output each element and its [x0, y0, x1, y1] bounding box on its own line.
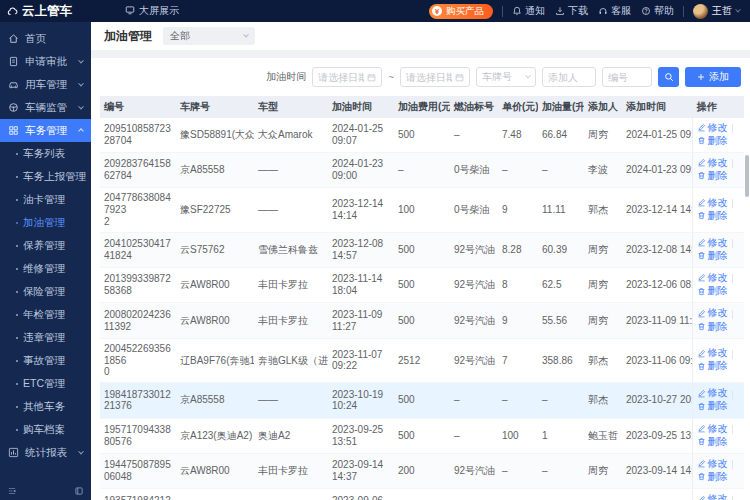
- record-id-field[interactable]: [602, 67, 652, 87]
- cell-adder: 周穷: [584, 232, 622, 267]
- edit-button[interactable]: 修改: [697, 307, 728, 319]
- buy-product-label: 购买产品: [446, 5, 484, 18]
- topbar-item-help[interactable]: 帮助: [641, 4, 674, 18]
- cell-adder: 周穷: [584, 268, 622, 303]
- cell-cost: 500: [394, 418, 450, 453]
- chevron-down-icon: [78, 448, 84, 454]
- edit-button[interactable]: 修改: [697, 493, 728, 500]
- delete-button[interactable]: 删除: [697, 400, 728, 412]
- cell-operations: 修改删除: [692, 383, 744, 418]
- user-menu[interactable]: 王哲: [693, 4, 740, 19]
- edit-button-label: 修改: [708, 237, 728, 249]
- search-button[interactable]: [658, 67, 679, 87]
- cell-time: 2023-09-14 14:37: [328, 453, 394, 488]
- edit-button[interactable]: 修改: [697, 387, 728, 399]
- cell-price: 100: [498, 418, 538, 453]
- date-start-input[interactable]: [318, 72, 364, 83]
- edit-button[interactable]: 修改: [697, 157, 728, 169]
- delete-button[interactable]: 删除: [697, 170, 728, 182]
- sidebar-item-购车档案[interactable]: 购车档案: [0, 418, 91, 441]
- sidebar-item-保险管理[interactable]: 保险管理: [0, 280, 91, 303]
- cell-amount: 1: [538, 489, 584, 500]
- edit-button-label: 修改: [708, 122, 728, 134]
- sidebar-item-保养管理[interactable]: 保养管理: [0, 234, 91, 257]
- edit-button-label: 修改: [708, 493, 728, 500]
- buy-product-button[interactable]: ¥ 购买产品: [429, 4, 493, 19]
- operation-divider: [732, 239, 733, 248]
- table-row: 20951085872328704豫SD58891(大众Am...大众Amaro…: [100, 118, 744, 153]
- sidebar-item-车辆监管[interactable]: 车辆监管: [0, 96, 91, 119]
- sidebar-item-车务管理[interactable]: 车务管理: [0, 119, 91, 142]
- sidebar-item-label: 首页: [25, 32, 46, 46]
- cell-model: 雪佛兰科鲁兹: [254, 232, 328, 267]
- adder-input[interactable]: [548, 72, 590, 83]
- sidebar-item-违章管理[interactable]: 违章管理: [0, 326, 91, 349]
- delete-button[interactable]: 删除: [697, 360, 728, 372]
- fuel-time-label: 加油时间: [266, 70, 306, 84]
- delete-button-label: 删除: [708, 285, 728, 297]
- vertical-scrollbar[interactable]: [745, 155, 749, 197]
- edit-button[interactable]: 修改: [697, 237, 728, 249]
- delete-button[interactable]: 删除: [697, 250, 728, 262]
- bullet-dot-icon: [16, 268, 18, 270]
- cell-time: 2024-01-23 09:00: [328, 152, 394, 187]
- cell-operations: 修改删除: [692, 338, 744, 382]
- cell-price: –: [498, 152, 538, 187]
- delete-button[interactable]: 删除: [697, 471, 728, 483]
- delete-button[interactable]: 删除: [697, 321, 728, 333]
- delete-button[interactable]: 删除: [697, 210, 728, 222]
- edit-button[interactable]: 修改: [697, 122, 728, 134]
- cell-model: ——: [254, 152, 328, 187]
- status-filter-select[interactable]: 全部: [163, 27, 255, 45]
- cell-amount: 62.5: [538, 268, 584, 303]
- date-end-input[interactable]: [406, 72, 452, 83]
- sidebar-item-其他车务[interactable]: 其他车务: [0, 395, 91, 418]
- filter-row: 加油时间 ~ 车牌号: [100, 67, 741, 87]
- sidebar-item-首页[interactable]: 首页: [0, 27, 91, 50]
- edit-button[interactable]: 修改: [697, 458, 728, 470]
- add-button[interactable]: 添加: [685, 67, 741, 87]
- delete-button[interactable]: 删除: [697, 135, 728, 147]
- record-id-input[interactable]: [608, 72, 646, 83]
- sidebar-item-车务列表[interactable]: 车务列表: [0, 142, 91, 165]
- sidebar-item-年检管理[interactable]: 年检管理: [0, 303, 91, 326]
- sidebar-item-车务上报管理[interactable]: 车务上报管理: [0, 165, 91, 188]
- collapse-sidebar-icon[interactable]: [7, 486, 17, 498]
- adder-field[interactable]: [542, 67, 596, 87]
- delete-button[interactable]: 删除: [697, 436, 728, 448]
- topbar-item-bell[interactable]: 通知: [512, 4, 545, 18]
- cell-amount: 358.86: [538, 338, 584, 382]
- edit-button[interactable]: 修改: [697, 423, 728, 435]
- sidebar-item-加油管理[interactable]: 加油管理: [0, 211, 91, 234]
- cell-cost: 100: [394, 188, 450, 232]
- sidebar-item-事故管理[interactable]: 事故管理: [0, 349, 91, 372]
- date-start-field[interactable]: [312, 67, 382, 87]
- sidebar-item-维修管理[interactable]: 维修管理: [0, 257, 91, 280]
- sidebar-item-油卡管理[interactable]: 油卡管理: [0, 188, 91, 211]
- date-end-field[interactable]: [400, 67, 470, 87]
- sidebar-item-统计报表[interactable]: 统计报表: [0, 441, 91, 464]
- topbar-item-headset[interactable]: 客服: [598, 4, 631, 18]
- topbar-item-download[interactable]: 下载: [555, 4, 588, 18]
- topbar-nav: 通知下载客服帮助: [512, 4, 674, 18]
- sidebar-item-ETC管理[interactable]: ETC管理: [0, 372, 91, 395]
- cell-amount: –: [538, 453, 584, 488]
- plate-select[interactable]: 车牌号: [476, 67, 536, 87]
- edit-button[interactable]: 修改: [697, 347, 728, 359]
- delete-button-label: 删除: [708, 400, 728, 412]
- edit-button[interactable]: 修改: [697, 272, 728, 284]
- cell-price: 111: [498, 489, 538, 500]
- content-panel: 加油时间 ~ 车牌号: [91, 58, 750, 500]
- screen-cast-button[interactable]: 大屏展示: [125, 4, 179, 18]
- sidebar-item-用车管理[interactable]: 用车管理: [0, 73, 91, 96]
- pin-icon[interactable]: [74, 486, 84, 498]
- delete-button[interactable]: 删除: [697, 285, 728, 297]
- bullet-dot-icon: [16, 337, 18, 339]
- edit-button[interactable]: 修改: [697, 197, 728, 209]
- cell-operations: 修改删除: [692, 118, 744, 153]
- edit-icon: [697, 389, 706, 398]
- cell-operations: 修改删除: [692, 453, 744, 488]
- cell-added: 2024-01-25 09:08: [622, 118, 692, 153]
- sidebar-item-申请审批[interactable]: 申请审批: [0, 50, 91, 73]
- cell-adder: 周穷: [584, 118, 622, 153]
